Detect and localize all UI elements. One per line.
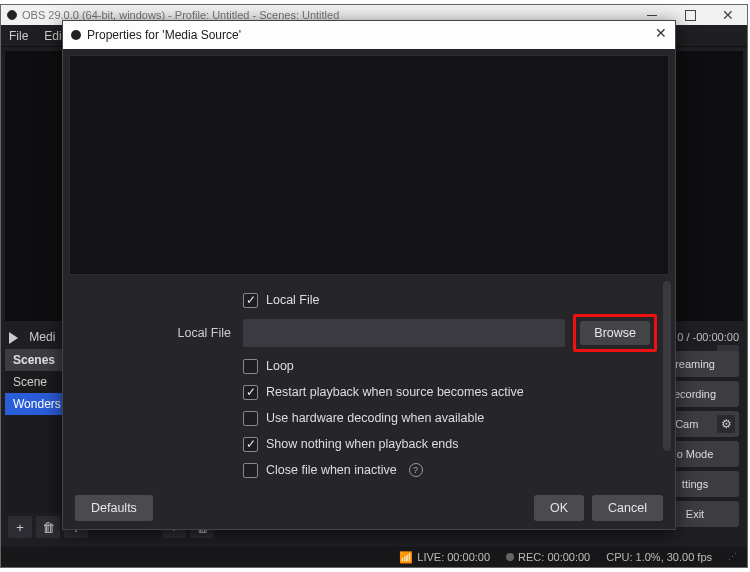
browse-button[interactable]: Browse: [580, 321, 650, 345]
status-rec: REC: 00:00:00: [518, 551, 590, 563]
local-file-input[interactable]: [243, 319, 565, 347]
status-live: LIVE: 00:00:00: [417, 551, 490, 563]
restart-checkbox[interactable]: [243, 385, 258, 400]
local-file-checkbox[interactable]: [243, 293, 258, 308]
close-inactive-checkbox[interactable]: [243, 463, 258, 478]
time-total: -00:00:00: [693, 331, 739, 343]
help-icon[interactable]: ?: [409, 463, 423, 477]
cancel-button[interactable]: Cancel: [592, 495, 663, 521]
defaults-button[interactable]: Defaults: [75, 495, 153, 521]
hw-decode-checkbox[interactable]: [243, 411, 258, 426]
browse-highlight: Browse: [573, 314, 657, 352]
menu-file[interactable]: File: [9, 29, 28, 43]
dialog-preview: [69, 55, 669, 275]
play-icon[interactable]: [9, 332, 18, 344]
dialog-form: Local File Local File Browse Loop R: [63, 281, 675, 487]
loop-checkbox[interactable]: [243, 359, 258, 374]
local-file-label: Local File: [266, 293, 320, 307]
rec-dot-icon: [506, 553, 514, 561]
hw-decode-label: Use hardware decoding when available: [266, 411, 484, 425]
resize-grip-icon: ⋰: [728, 552, 737, 562]
media-label: Medi: [29, 330, 55, 344]
ok-button[interactable]: OK: [534, 495, 584, 521]
close-button[interactable]: ✕: [709, 5, 747, 25]
obs-logo-icon: [7, 10, 17, 20]
dialog-button-row: Defaults OK Cancel: [63, 487, 675, 529]
maximize-button[interactable]: [671, 5, 709, 25]
statusbar: 📶LIVE: 00:00:00 REC: 00:00:00 CPU: 1.0%,…: [1, 547, 747, 567]
status-cpu: CPU: 1.0%, 30.00 fps: [606, 551, 712, 563]
local-file-field-label: Local File: [63, 326, 243, 340]
time-current: 0: [677, 331, 683, 343]
close-inactive-label: Close file when inactive: [266, 463, 397, 477]
delete-scene-button[interactable]: 🗑: [36, 516, 60, 538]
dialog-titlebar: Properties for 'Media Source' ✕: [63, 21, 675, 49]
show-nothing-checkbox[interactable]: [243, 437, 258, 452]
scrollbar[interactable]: [663, 281, 671, 451]
dialog-title: Properties for 'Media Source': [87, 28, 241, 42]
add-scene-button[interactable]: +: [8, 516, 32, 538]
network-icon: 📶: [399, 551, 413, 564]
obs-logo-icon: [71, 30, 81, 40]
show-nothing-label: Show nothing when playback ends: [266, 437, 459, 451]
properties-dialog: Properties for 'Media Source' ✕ Local Fi…: [62, 20, 676, 530]
gear-icon[interactable]: ⚙: [717, 415, 735, 433]
restart-label: Restart playback when source becomes act…: [266, 385, 524, 399]
loop-label: Loop: [266, 359, 294, 373]
dialog-close-button[interactable]: ✕: [655, 25, 667, 41]
